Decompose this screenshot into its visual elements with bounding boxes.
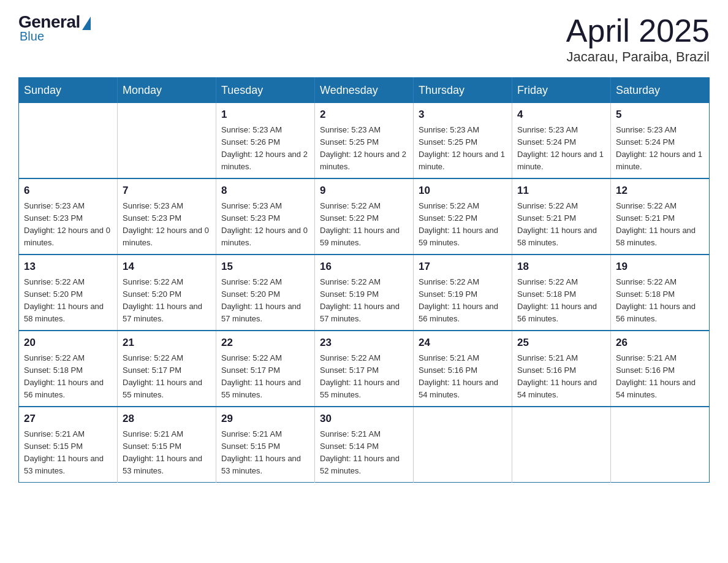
calendar-table: SundayMondayTuesdayWednesdayThursdayFrid… xyxy=(18,77,710,483)
day-info: Sunrise: 5:23 AM Sunset: 5:26 PM Dayligh… xyxy=(221,125,308,171)
day-number: 11 xyxy=(517,183,605,199)
calendar-cell: 14Sunrise: 5:22 AM Sunset: 5:20 PM Dayli… xyxy=(118,255,216,331)
calendar-cell: 21Sunrise: 5:22 AM Sunset: 5:17 PM Dayli… xyxy=(118,331,216,407)
header: General Blue April 2025 Jacarau, Paraiba… xyxy=(18,12,710,65)
day-number: 5 xyxy=(616,107,704,123)
day-info: Sunrise: 5:23 AM Sunset: 5:24 PM Dayligh… xyxy=(616,125,702,171)
day-number: 13 xyxy=(24,259,112,275)
day-info: Sunrise: 5:23 AM Sunset: 5:23 PM Dayligh… xyxy=(221,201,308,247)
calendar-cell: 6Sunrise: 5:23 AM Sunset: 5:23 PM Daylig… xyxy=(19,178,118,255)
calendar-cell: 16Sunrise: 5:22 AM Sunset: 5:19 PM Dayli… xyxy=(315,255,414,331)
title-area: April 2025 Jacarau, Paraiba, Brazil xyxy=(566,12,710,65)
day-info: Sunrise: 5:21 AM Sunset: 5:16 PM Dayligh… xyxy=(517,353,597,399)
location-title: Jacarau, Paraiba, Brazil xyxy=(566,49,710,65)
day-info: Sunrise: 5:22 AM Sunset: 5:22 PM Dayligh… xyxy=(320,201,400,247)
day-number: 2 xyxy=(320,107,408,123)
day-info: Sunrise: 5:23 AM Sunset: 5:23 PM Dayligh… xyxy=(24,201,110,247)
weekday-header-tuesday: Tuesday xyxy=(216,78,315,104)
calendar-cell: 9Sunrise: 5:22 AM Sunset: 5:22 PM Daylig… xyxy=(315,178,414,255)
day-info: Sunrise: 5:22 AM Sunset: 5:20 PM Dayligh… xyxy=(24,277,104,323)
calendar-cell: 29Sunrise: 5:21 AM Sunset: 5:15 PM Dayli… xyxy=(216,407,315,483)
day-info: Sunrise: 5:22 AM Sunset: 5:18 PM Dayligh… xyxy=(517,277,597,323)
day-number: 15 xyxy=(221,259,309,275)
calendar-cell: 4Sunrise: 5:23 AM Sunset: 5:24 PM Daylig… xyxy=(512,103,611,178)
calendar-cell xyxy=(118,103,216,178)
day-number: 26 xyxy=(616,335,704,351)
day-number: 9 xyxy=(320,183,408,199)
calendar-cell: 24Sunrise: 5:21 AM Sunset: 5:16 PM Dayli… xyxy=(414,331,512,407)
day-number: 30 xyxy=(320,411,408,427)
day-info: Sunrise: 5:21 AM Sunset: 5:14 PM Dayligh… xyxy=(320,429,400,475)
day-number: 14 xyxy=(123,259,211,275)
day-info: Sunrise: 5:21 AM Sunset: 5:15 PM Dayligh… xyxy=(221,429,301,475)
day-info: Sunrise: 5:22 AM Sunset: 5:17 PM Dayligh… xyxy=(123,353,202,399)
day-info: Sunrise: 5:21 AM Sunset: 5:16 PM Dayligh… xyxy=(616,353,696,399)
calendar-cell: 2Sunrise: 5:23 AM Sunset: 5:25 PM Daylig… xyxy=(315,103,414,178)
weekday-header-row: SundayMondayTuesdayWednesdayThursdayFrid… xyxy=(19,78,710,104)
day-number: 18 xyxy=(517,259,605,275)
calendar-cell: 8Sunrise: 5:23 AM Sunset: 5:23 PM Daylig… xyxy=(216,178,315,255)
day-number: 23 xyxy=(320,335,408,351)
logo-triangle-icon xyxy=(82,17,91,30)
weekday-header-saturday: Saturday xyxy=(611,78,710,104)
calendar-cell xyxy=(512,407,611,483)
day-number: 12 xyxy=(616,183,704,199)
logo: General Blue xyxy=(18,12,91,44)
day-number: 10 xyxy=(419,183,507,199)
day-number: 3 xyxy=(419,107,507,123)
calendar-cell xyxy=(611,407,710,483)
day-info: Sunrise: 5:22 AM Sunset: 5:19 PM Dayligh… xyxy=(419,277,498,323)
day-number: 24 xyxy=(419,335,507,351)
day-number: 7 xyxy=(123,183,211,199)
month-title: April 2025 xyxy=(566,12,710,49)
calendar-cell: 23Sunrise: 5:22 AM Sunset: 5:17 PM Dayli… xyxy=(315,331,414,407)
day-info: Sunrise: 5:22 AM Sunset: 5:18 PM Dayligh… xyxy=(616,277,696,323)
week-row-1: 1Sunrise: 5:23 AM Sunset: 5:26 PM Daylig… xyxy=(19,103,710,178)
day-info: Sunrise: 5:23 AM Sunset: 5:24 PM Dayligh… xyxy=(517,125,604,171)
day-info: Sunrise: 5:22 AM Sunset: 5:20 PM Dayligh… xyxy=(123,277,202,323)
day-info: Sunrise: 5:22 AM Sunset: 5:21 PM Dayligh… xyxy=(517,201,597,247)
weekday-header-monday: Monday xyxy=(118,78,216,104)
calendar-cell: 1Sunrise: 5:23 AM Sunset: 5:26 PM Daylig… xyxy=(216,103,315,178)
calendar-cell: 27Sunrise: 5:21 AM Sunset: 5:15 PM Dayli… xyxy=(19,407,118,483)
day-info: Sunrise: 5:21 AM Sunset: 5:15 PM Dayligh… xyxy=(123,429,202,475)
day-number: 6 xyxy=(24,183,112,199)
day-info: Sunrise: 5:22 AM Sunset: 5:18 PM Dayligh… xyxy=(24,353,104,399)
week-row-2: 6Sunrise: 5:23 AM Sunset: 5:23 PM Daylig… xyxy=(19,178,710,255)
day-info: Sunrise: 5:23 AM Sunset: 5:25 PM Dayligh… xyxy=(320,125,406,171)
day-info: Sunrise: 5:22 AM Sunset: 5:22 PM Dayligh… xyxy=(419,201,498,247)
calendar-cell xyxy=(19,103,118,178)
day-info: Sunrise: 5:22 AM Sunset: 5:19 PM Dayligh… xyxy=(320,277,400,323)
week-row-4: 20Sunrise: 5:22 AM Sunset: 5:18 PM Dayli… xyxy=(19,331,710,407)
day-info: Sunrise: 5:21 AM Sunset: 5:15 PM Dayligh… xyxy=(24,429,104,475)
calendar-cell: 7Sunrise: 5:23 AM Sunset: 5:23 PM Daylig… xyxy=(118,178,216,255)
calendar-cell: 26Sunrise: 5:21 AM Sunset: 5:16 PM Dayli… xyxy=(611,331,710,407)
calendar-cell: 11Sunrise: 5:22 AM Sunset: 5:21 PM Dayli… xyxy=(512,178,611,255)
calendar-cell: 5Sunrise: 5:23 AM Sunset: 5:24 PM Daylig… xyxy=(611,103,710,178)
weekday-header-friday: Friday xyxy=(512,78,611,104)
day-number: 21 xyxy=(123,335,211,351)
calendar-cell: 28Sunrise: 5:21 AM Sunset: 5:15 PM Dayli… xyxy=(118,407,216,483)
calendar-cell: 12Sunrise: 5:22 AM Sunset: 5:21 PM Dayli… xyxy=(611,178,710,255)
day-info: Sunrise: 5:22 AM Sunset: 5:21 PM Dayligh… xyxy=(616,201,696,247)
weekday-header-wednesday: Wednesday xyxy=(315,78,414,104)
day-number: 25 xyxy=(517,335,605,351)
day-number: 28 xyxy=(123,411,211,427)
day-info: Sunrise: 5:21 AM Sunset: 5:16 PM Dayligh… xyxy=(419,353,498,399)
logo-blue-text: Blue xyxy=(20,29,44,44)
calendar-cell: 15Sunrise: 5:22 AM Sunset: 5:20 PM Dayli… xyxy=(216,255,315,331)
day-info: Sunrise: 5:23 AM Sunset: 5:23 PM Dayligh… xyxy=(123,201,209,247)
calendar-cell: 20Sunrise: 5:22 AM Sunset: 5:18 PM Dayli… xyxy=(19,331,118,407)
calendar-cell: 22Sunrise: 5:22 AM Sunset: 5:17 PM Dayli… xyxy=(216,331,315,407)
day-number: 17 xyxy=(419,259,507,275)
calendar-cell: 18Sunrise: 5:22 AM Sunset: 5:18 PM Dayli… xyxy=(512,255,611,331)
calendar-cell xyxy=(414,407,512,483)
week-row-5: 27Sunrise: 5:21 AM Sunset: 5:15 PM Dayli… xyxy=(19,407,710,483)
weekday-header-sunday: Sunday xyxy=(19,78,118,104)
calendar-cell: 10Sunrise: 5:22 AM Sunset: 5:22 PM Dayli… xyxy=(414,178,512,255)
day-number: 20 xyxy=(24,335,112,351)
weekday-header-thursday: Thursday xyxy=(414,78,512,104)
day-info: Sunrise: 5:22 AM Sunset: 5:17 PM Dayligh… xyxy=(221,353,301,399)
day-number: 16 xyxy=(320,259,408,275)
day-number: 4 xyxy=(517,107,605,123)
